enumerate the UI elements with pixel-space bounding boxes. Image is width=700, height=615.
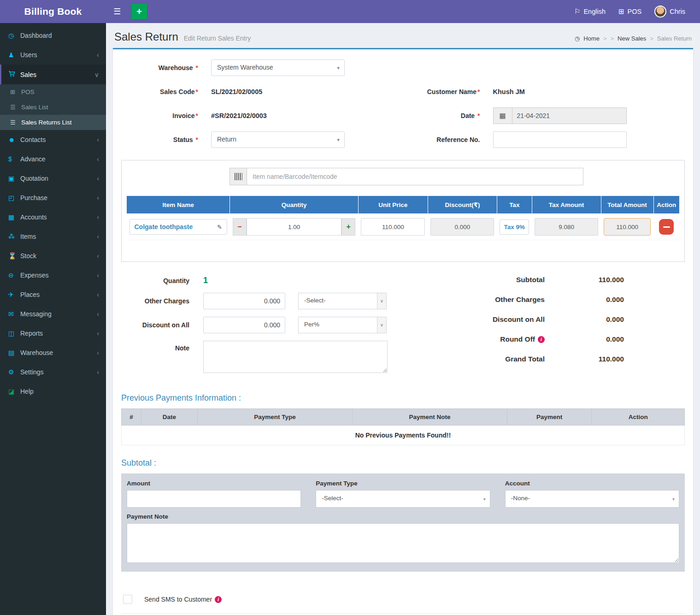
sidebar-item-reports[interactable]: ◫ Reports ‹ — [0, 324, 106, 343]
unit-price-input[interactable] — [361, 218, 425, 236]
col-unit-price: Unit Price — [358, 196, 428, 214]
quantity-input[interactable] — [247, 218, 341, 236]
sidebar-toggle-button[interactable]: ☰ — [106, 0, 128, 23]
pos-plus-icon: ⊞ — [618, 7, 624, 16]
sidebar-item-warehouse[interactable]: ▤ Warehouse ‹ — [0, 343, 106, 362]
sidebar-label: Expenses — [20, 272, 48, 279]
discount-on-all-input[interactable] — [203, 317, 285, 333]
sidebar-item-contacts[interactable]: ☻ Contacts ‹ — [0, 130, 106, 149]
send-sms-checkbox[interactable] — [123, 595, 132, 604]
warehouse-select[interactable]: System Warehouse ▾ — [211, 59, 345, 76]
grand-total-value: 110.000 — [545, 355, 624, 363]
pos-shortcut[interactable]: ⊞ POS — [612, 0, 648, 23]
language-label: English — [583, 8, 606, 15]
sidebar-item-expenses[interactable]: ⊖ Expenses ‹ — [0, 266, 106, 285]
breadcrumb-new-sales[interactable]: New Sales — [618, 35, 646, 42]
payment-note-textarea[interactable] — [127, 523, 679, 563]
chevron-down-icon: ∨ — [94, 71, 99, 78]
sidebar-subitem-sales-list[interactable]: ☰ Sales List — [0, 100, 106, 115]
sidebar-item-dashboard[interactable]: ◷ Dashboard — [0, 26, 106, 45]
customer-name-value: Khush JM — [493, 88, 525, 95]
edit-icon[interactable]: ✎ — [217, 224, 222, 231]
calendar-icon[interactable]: ▦ — [493, 107, 512, 124]
info-icon[interactable]: i — [215, 596, 222, 603]
minus-icon — [663, 226, 670, 228]
caret-down-icon: ▾ — [337, 65, 340, 71]
account-label: Account — [505, 480, 679, 487]
sidebar-item-stock[interactable]: ⌛ Stock ‹ — [0, 246, 106, 266]
send-plane-icon: ✈ — [8, 291, 20, 298]
sidebar-item-advance[interactable]: $ Advance ‹ — [0, 149, 106, 169]
other-charges-input[interactable] — [203, 293, 285, 309]
chevron-left-icon: ‹ — [97, 233, 99, 240]
app-logo[interactable]: Billing Book — [0, 0, 106, 23]
sidebar-label: Quotation — [20, 175, 48, 182]
sidebar-item-quotation[interactable]: ▣ Quotation ‹ — [0, 169, 106, 188]
discount-type-select[interactable]: Per% ∨ — [298, 317, 387, 333]
sidebar-item-purchase[interactable]: ◰ Purchase ‹ — [0, 188, 106, 207]
sidebar-label: Reports — [20, 330, 43, 337]
item-name-link[interactable]: Colgate toothpaste — [135, 223, 193, 231]
chevron-down-icon: ∨ — [377, 293, 386, 309]
round-off-value: 0.000 — [545, 335, 624, 343]
item-name-cell[interactable]: Colgate toothpaste ✎ — [129, 219, 227, 235]
sidebar-item-items[interactable]: ⁂ Items ‹ — [0, 227, 106, 246]
invoice-label: Invoice* — [121, 112, 211, 119]
sidebar-item-messaging[interactable]: ✉ Messaging ‹ — [0, 304, 106, 324]
chevron-left-icon: ‹ — [97, 213, 99, 221]
payment-entry-panel: Amount Payment Type -Select- ▾ Account -… — [121, 473, 685, 572]
sidebar-item-help[interactable]: ◪ Help — [0, 382, 106, 401]
sidebar-item-sales[interactable]: Sales ∨ — [0, 65, 106, 84]
sidebar-item-places[interactable]: ✈ Places ‹ — [0, 285, 106, 304]
round-off-label: Round Offi — [454, 335, 545, 343]
sidebar-subitem-pos[interactable]: ⊞ POS — [0, 84, 106, 100]
sales-return-panel: Warehouse * System Warehouse ▾ Sales Cod… — [113, 48, 693, 615]
payment-type-select[interactable]: -Select- ▾ — [316, 490, 490, 508]
breadcrumb-home[interactable]: Home — [583, 35, 600, 42]
sidebar-label: Help — [20, 388, 34, 395]
language-menu[interactable]: ⚐ English — [568, 0, 612, 23]
quantity-increase-button[interactable]: + — [341, 218, 355, 236]
quick-add-button[interactable]: + — [131, 3, 147, 20]
users-icon: ♟ — [8, 51, 20, 59]
account-select[interactable]: -None- ▾ — [505, 490, 679, 508]
chevron-left-icon: ‹ — [97, 349, 99, 356]
other-charges-label: Other Charges — [121, 297, 203, 305]
other-charges-select[interactable]: -Select- ∨ — [298, 293, 387, 309]
status-select[interactable]: Return ▾ — [211, 131, 345, 148]
sidebar-label: Stock — [20, 252, 36, 260]
warehouse-label: Warehouse * — [121, 64, 211, 71]
dollar-icon: $ — [8, 155, 20, 163]
amount-input[interactable] — [127, 490, 301, 508]
pay-col-type: Payment Type — [197, 409, 352, 426]
reference-no-input[interactable] — [493, 131, 627, 148]
sidebar-item-accounts[interactable]: ▦ Accounts ‹ — [0, 207, 106, 227]
plus-icon: + — [136, 6, 142, 17]
subtotal-label: Subtotal — [454, 276, 545, 284]
sidebar-subitem-sales-returns-list[interactable]: ☰ Sales Returns List — [0, 115, 106, 130]
quantity-decrease-button[interactable]: − — [233, 218, 247, 236]
pos-icon: ⊞ — [10, 89, 21, 95]
total-amount-input[interactable] — [604, 218, 651, 236]
sidebar-item-settings[interactable]: ⚙ Settings ‹ — [0, 362, 106, 382]
info-icon[interactable]: i — [538, 336, 545, 343]
chevron-left-icon: ‹ — [97, 330, 99, 337]
date-input[interactable] — [512, 107, 627, 124]
chevron-left-icon: ‹ — [97, 310, 99, 318]
item-search-input[interactable] — [247, 168, 583, 185]
remove-row-button[interactable] — [659, 219, 674, 235]
sidebar-item-users[interactable]: ♟ Users ‹ — [0, 45, 106, 65]
sales-code-label: Sales Code* — [121, 88, 211, 95]
tax-select[interactable]: Tax 9% — [500, 219, 529, 235]
chevron-left-icon: ‹ — [97, 175, 99, 182]
reference-label: Reference No. — [403, 136, 493, 143]
user-menu[interactable]: Chris — [648, 0, 692, 23]
required-mark: * — [196, 64, 198, 71]
barcode-icon — [229, 168, 247, 185]
warehouse-selected-value: System Warehouse — [217, 64, 273, 71]
required-mark: * — [196, 88, 198, 95]
note-textarea[interactable] — [203, 341, 388, 373]
sidebar-label: Settings — [20, 368, 44, 376]
discount-type-selected: Per% — [304, 321, 319, 328]
quantity-total-label: Quantity — [121, 277, 203, 284]
